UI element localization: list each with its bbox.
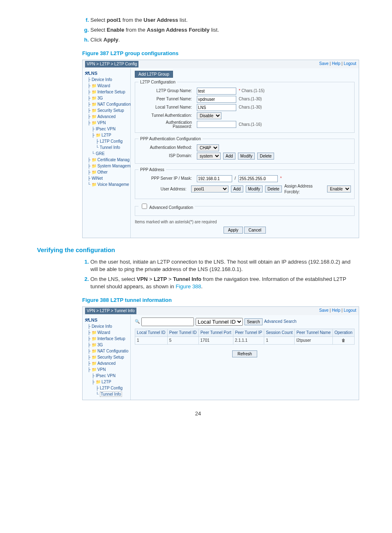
isp-domain-select[interactable]: system xyxy=(197,153,221,160)
sidebar-item-vpn[interactable]: ├ 📁VPN ├ IPsec VPN ├ 📁L2TP ├ L2TP Config… xyxy=(88,120,129,157)
sidebar-item-3g[interactable]: ├ 📁3G xyxy=(88,95,129,101)
figure-388-link[interactable]: Figure 388 xyxy=(175,283,201,290)
help-link-2[interactable]: Help xyxy=(332,308,341,313)
sidebar-item-l2tp-config[interactable]: ├ L2TP Config xyxy=(96,138,129,144)
sidebar-item-tunnel-info-sel[interactable]: └ Tunnel Info xyxy=(96,391,129,397)
tunnel-auth-select[interactable]: Disable xyxy=(197,112,221,119)
advanced-search-link[interactable]: Advanced Search xyxy=(264,319,297,324)
sidebar-item-cert[interactable]: ├ 📁Certificate Manag xyxy=(88,157,129,163)
sidebar-item-system[interactable]: ├ 📁System Managem xyxy=(88,163,129,169)
screenshot-tunnel-info: VPN > L2TP > Tunnel Info Save | Help | L… xyxy=(82,306,359,401)
logout-link-2[interactable]: Logout xyxy=(344,308,356,313)
apply-button[interactable]: Apply xyxy=(224,227,243,234)
user-address-select[interactable]: pool1 xyxy=(191,185,228,192)
sidebar-item-gre[interactable]: └ GRE xyxy=(92,151,129,157)
legend-ppp-address: PPP Address xyxy=(138,167,166,173)
search-icon: 🔍 xyxy=(135,319,140,324)
nav-tree-2: ⚒LNS ├ Device Info ├ 📁Wizard ├ 📁Interfac… xyxy=(83,315,131,400)
figure-387-caption: Figure 387 L2TP group configurations xyxy=(82,50,359,57)
auth-method-select[interactable]: CHAP xyxy=(197,144,219,151)
search-input[interactable] xyxy=(141,317,194,326)
sidebar-item-tunnel-info[interactable]: └ Tunnel Info xyxy=(96,144,129,151)
logout-link[interactable]: Logout xyxy=(344,61,356,66)
refresh-button[interactable]: Refresh xyxy=(232,350,257,357)
sidebar-item-device[interactable]: ├ Device Info xyxy=(88,76,129,83)
sidebar-item-ipsec[interactable]: ├ IPsec VPN xyxy=(92,126,129,132)
useraddr-delete-button[interactable]: Delete xyxy=(265,185,282,192)
table-row: 1 5 1701 2.1.1.1 1 l2tpuser 🗑 xyxy=(135,336,355,344)
add-l2tp-group-button[interactable]: Add L2TP Group xyxy=(135,71,173,78)
save-link-2[interactable]: Save xyxy=(319,308,329,313)
sidebar-item-voice[interactable]: └ 📁Voice Manageme xyxy=(88,181,129,188)
peer-tunnel-input[interactable] xyxy=(197,96,236,103)
page-number: 24 xyxy=(37,410,359,417)
sidebar-item-other[interactable]: ├ 📁Other xyxy=(88,169,129,175)
domain-modify-button[interactable]: Modify xyxy=(238,153,255,160)
sidebar-item-winet[interactable]: ├ WiNet xyxy=(88,175,129,181)
auth-password-input[interactable] xyxy=(197,121,236,128)
sidebar-item-advanced[interactable]: ├ 📁Advanced xyxy=(88,114,129,120)
nav-tree: ⚒LNS ├ Device Info ├ 📁Wizard ├ 📁Interfac… xyxy=(83,68,131,238)
search-button[interactable]: Search xyxy=(244,318,263,325)
server-ip-input[interactable] xyxy=(197,175,232,182)
help-link[interactable]: Help xyxy=(332,61,341,66)
assign-forcibly-select[interactable]: Enable xyxy=(327,185,351,192)
useraddr-modify-button[interactable]: Modify xyxy=(246,185,263,192)
verify-step-2: On the LNS, select VPN > L2TP > Tunnel I… xyxy=(90,276,359,290)
sidebar-item-l2tp[interactable]: ├ 📁L2TP ├ L2TP Config └ Tunnel Info xyxy=(92,132,129,151)
domain-delete-button[interactable]: Delete xyxy=(257,153,274,160)
save-link[interactable]: Save xyxy=(319,61,329,66)
breadcrumb-2: VPN > L2TP > Tunnel Info xyxy=(85,308,136,314)
sidebar-item-interface[interactable]: ├ 📁Interface Setup xyxy=(88,89,129,95)
sidebar-item-nat[interactable]: ├ 📁NAT Configuration xyxy=(88,101,129,107)
step-f: Select pool1 from the User Address list. xyxy=(90,16,359,24)
domain-add-button[interactable]: Add xyxy=(223,153,235,160)
sidebar-item-wizard[interactable]: ├ 📁Wizard xyxy=(88,83,129,89)
legend-l2tp-config: L2TP Configuration xyxy=(138,79,177,85)
sidebar-item-security[interactable]: ├ 📁Security Setup xyxy=(88,107,129,114)
cancel-button[interactable]: Cancel xyxy=(244,227,266,234)
figure-388-caption: Figure 388 L2TP tunnel information xyxy=(82,297,359,304)
verify-heading: Verifying the configuration xyxy=(37,246,359,254)
search-field-select[interactable]: Local Tunnel ID xyxy=(196,318,243,326)
local-tunnel-input[interactable] xyxy=(197,104,236,111)
step-h: Click Apply. xyxy=(90,36,359,44)
verify-step-1: On the user host, initiate an L2TP conne… xyxy=(90,258,359,273)
screenshot-l2tp-config: VPN > L2TP > L2TP Config Save | Help | L… xyxy=(82,60,359,238)
required-note: Items marked with an asterisk(*) are req… xyxy=(135,219,355,225)
useraddr-add-button[interactable]: Add xyxy=(231,185,243,192)
tunnel-table: Local Tunnel ID Peer Tunnel ID Peer Tunn… xyxy=(135,329,355,345)
server-mask-input[interactable] xyxy=(238,175,278,182)
legend-ppp-auth: PPP Authentication Configuration xyxy=(138,136,203,142)
group-name-input[interactable] xyxy=(197,88,236,95)
step-g: Select Enable from the Assign Address Fo… xyxy=(90,26,359,34)
trash-icon[interactable]: 🗑 xyxy=(341,338,346,343)
advanced-config-checkbox[interactable] xyxy=(142,204,147,209)
breadcrumb: VPN > L2TP > L2TP Config xyxy=(85,61,138,67)
